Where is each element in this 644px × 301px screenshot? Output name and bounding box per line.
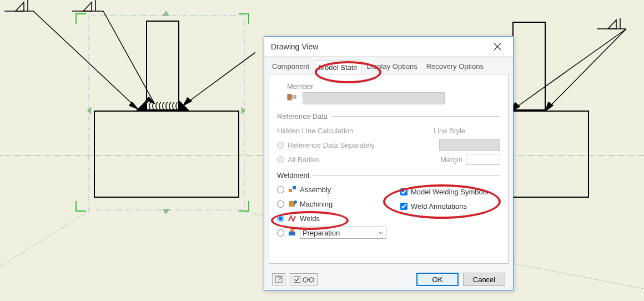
ok-button[interactable]: OK <box>416 273 459 286</box>
margin-label: Margin <box>440 155 462 164</box>
assembly-label: Assembly <box>300 185 331 194</box>
cancel-button[interactable]: Cancel <box>463 273 505 286</box>
radio-assembly[interactable] <box>277 186 284 193</box>
radio-all-bodies <box>277 156 284 163</box>
preparation-select[interactable]: Preparation <box>300 227 386 239</box>
margin-input <box>466 154 500 165</box>
tab-bar: Component Model State Display Options Re… <box>264 57 513 74</box>
svg-marker-13 <box>129 102 138 109</box>
radio-ref-sep <box>277 142 284 149</box>
checkbox-weld-annotations[interactable] <box>400 203 407 210</box>
dialog-titlebar: Drawing View <box>264 37 513 57</box>
tab-component[interactable]: Component <box>269 60 313 74</box>
svg-marker-14 <box>16 2 24 11</box>
member-icon <box>287 93 297 104</box>
svg-rect-41 <box>289 232 295 235</box>
member-row <box>287 91 500 106</box>
preparation-value: Preparation <box>303 229 340 237</box>
drawing-view-dialog: Drawing View Component Model State Displ… <box>264 36 514 291</box>
welds-icon <box>288 214 298 223</box>
svg-line-11 <box>33 11 138 109</box>
dialog-title: Drawing View <box>271 42 489 51</box>
svg-text:?: ? <box>277 275 281 283</box>
glasses-icon <box>302 276 314 283</box>
svg-marker-3 <box>242 107 245 114</box>
assembly-icon <box>288 185 298 194</box>
svg-marker-19 <box>83 2 92 11</box>
close-icon <box>494 43 501 51</box>
close-button[interactable] <box>489 38 506 56</box>
svg-marker-32 <box>545 102 553 111</box>
svg-marker-5 <box>163 209 169 214</box>
svg-marker-4 <box>163 11 169 16</box>
svg-rect-6 <box>89 16 244 210</box>
svg-point-40 <box>294 200 297 204</box>
tab-display-options[interactable]: Display Options <box>364 60 421 74</box>
svg-line-29 <box>545 29 626 111</box>
preparation-icon <box>288 228 298 237</box>
svg-rect-38 <box>293 186 296 189</box>
svg-rect-7 <box>94 111 239 197</box>
weld-annotations-label: Weld Annotations <box>411 202 467 210</box>
svg-point-46 <box>303 278 308 282</box>
radio-preparation[interactable] <box>277 229 284 237</box>
member-combo[interactable] <box>303 92 445 104</box>
svg-rect-37 <box>289 189 292 192</box>
check-icon <box>294 276 300 283</box>
chevron-down-icon <box>378 231 384 234</box>
ok-label: OK <box>432 275 443 284</box>
member-group-label: Member <box>287 82 314 91</box>
svg-marker-33 <box>608 20 616 29</box>
tab-recovery-options[interactable]: Recovery Options <box>423 60 487 74</box>
help-button[interactable]: ? <box>272 273 285 285</box>
svg-rect-8 <box>147 21 179 110</box>
tab-model-state[interactable]: Model State <box>315 61 361 74</box>
radio-welds[interactable] <box>277 215 284 222</box>
ref-sep-label: Reference Data Separately <box>288 141 439 149</box>
preview-toggle-button[interactable] <box>290 273 318 285</box>
reference-data-group-label: Reference Data <box>277 112 328 121</box>
machining-icon <box>288 199 298 208</box>
radio-machining[interactable] <box>277 200 284 208</box>
checkbox-model-welding-symbols[interactable] <box>400 188 407 195</box>
svg-line-28 <box>511 29 626 111</box>
line-style-label: Line Style <box>434 127 500 135</box>
dialog-body: Member Reference Data Hidden Line Calcul… <box>269 74 509 264</box>
svg-point-47 <box>309 278 314 282</box>
button-bar: ? OK Cancel <box>264 268 513 290</box>
left-drawing-view[interactable] <box>0 0 255 222</box>
hidden-line-label: Hidden Line Calculation <box>277 127 434 135</box>
svg-rect-35 <box>288 94 291 100</box>
all-bodies-label: All Bodies <box>288 155 440 164</box>
svg-rect-27 <box>513 22 545 110</box>
svg-rect-36 <box>293 96 296 98</box>
model-welding-symbols-label: Model Welding Symbols <box>411 188 488 196</box>
svg-marker-9 <box>135 100 147 111</box>
line-style-combo <box>439 139 500 151</box>
cancel-label: Cancel <box>473 275 495 284</box>
svg-marker-23 <box>183 98 192 106</box>
welds-label: Welds <box>300 214 320 223</box>
help-icon: ? <box>275 275 283 283</box>
machining-label: Machining <box>300 200 333 208</box>
svg-rect-42 <box>290 229 294 232</box>
weldment-group-label: Weldment <box>277 171 309 179</box>
